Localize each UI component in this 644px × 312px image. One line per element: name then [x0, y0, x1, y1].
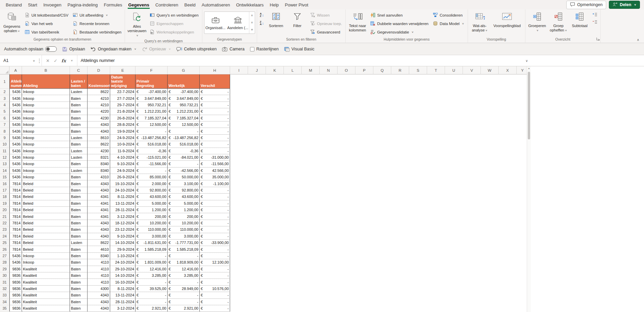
from-web-button[interactable]: Van het web	[23, 19, 70, 28]
column-header-p[interactable]: P	[355, 66, 373, 74]
cell-E15[interactable]: 26-9-2024	[110, 174, 135, 180]
cell-B22[interactable]: Beleid	[22, 220, 70, 226]
cell-B35[interactable]: Kwaliteit	[22, 305, 70, 312]
cell-C11[interactable]: Lasten	[70, 148, 88, 154]
forecast-sheet-button[interactable]: Voorspellingblad	[491, 10, 523, 28]
row-header-28[interactable]: 28	[0, 259, 9, 266]
cell-E23[interactable]: 23-12-2024	[110, 226, 135, 233]
cell-B16[interactable]: Beleid	[22, 180, 70, 187]
comments-button[interactable]: Opmerkingen	[566, 1, 606, 9]
cell-F15[interactable]: €85.000,00	[135, 174, 168, 180]
cell-C20[interactable]: Baten	[70, 207, 88, 213]
row-header-27[interactable]: 27	[0, 253, 9, 259]
column-header-n[interactable]: N	[320, 66, 338, 74]
cell-D33[interactable]: 4343	[88, 292, 110, 298]
cell-E7[interactable]: 28-8-2024	[110, 121, 135, 128]
cell-F35[interactable]: €2.921,00	[135, 305, 168, 312]
subtotal-button[interactable]: Subtotaal	[570, 10, 590, 28]
cell-G13[interactable]: €-	[168, 161, 200, 167]
column-header-d[interactable]: D	[88, 66, 110, 74]
row-header-20[interactable]: 20	[0, 207, 9, 213]
sort-za-button[interactable]: ZA↓	[259, 19, 265, 27]
tab-gegevens[interactable]: Gegevens	[125, 1, 152, 9]
row-header-21[interactable]: 21	[0, 213, 9, 220]
cell-A20[interactable]: 7814	[9, 207, 22, 213]
cell-G27[interactable]: €-	[168, 253, 200, 259]
column-header-c[interactable]: C	[70, 66, 88, 74]
column-header-u[interactable]: U	[445, 66, 463, 74]
cell-G35[interactable]: €2.921,00	[168, 305, 200, 312]
cell-E29[interactable]: 29-10-2024	[110, 266, 135, 272]
cell-D5[interactable]: 4220	[88, 108, 110, 115]
cell-A29[interactable]: 9836	[9, 266, 22, 272]
refresh-all-button[interactable]: Alles vernieuwen∨	[127, 10, 147, 38]
cell-D18[interactable]: 4341	[88, 194, 110, 200]
tab-pagina-indeling[interactable]: Pagina-indeling	[65, 1, 101, 9]
cell-A26[interactable]: 7814	[9, 246, 22, 252]
save-button[interactable]: Opslaan	[62, 47, 85, 52]
cell-H7[interactable]: €-	[200, 121, 230, 128]
cell-D17[interactable]: 4343	[88, 187, 110, 194]
cell-E35[interactable]: 3-12-2024	[110, 305, 135, 312]
row-header-5[interactable]: 5	[0, 108, 9, 115]
cell-B33[interactable]: Kwaliteit	[22, 292, 70, 298]
cell-E12[interactable]: 4-10-2024	[110, 154, 135, 161]
enter-icon[interactable]: ✓	[54, 58, 57, 63]
column-header-i[interactable]: I	[230, 66, 248, 74]
sort-button[interactable]: ZAAZSorteren	[266, 10, 286, 28]
cell-C5[interactable]: Baten	[70, 108, 88, 115]
cell-C22[interactable]: Baten	[70, 220, 88, 226]
flash-fill-button[interactable]: Snel aanvullen	[369, 11, 430, 19]
row-header-34[interactable]: 34	[0, 299, 9, 305]
collapse-ribbon-icon[interactable]: ∧	[637, 38, 639, 42]
cell-C29[interactable]: Baten	[70, 266, 88, 272]
row-header-1[interactable]: 1	[0, 74, 9, 89]
cell-G32[interactable]: €28.949,00	[168, 286, 200, 292]
cell-E32[interactable]: 8-11-2024	[110, 286, 135, 292]
cell-A35[interactable]: 9836	[9, 305, 22, 312]
cell-C18[interactable]: Baten	[70, 194, 88, 200]
cell-E5[interactable]: 21-8-2024	[110, 108, 135, 115]
cell-B18[interactable]: Beleid	[22, 194, 70, 200]
cell-C23[interactable]: Baten	[70, 226, 88, 233]
column-header-v[interactable]: V	[463, 66, 481, 74]
cell-F33[interactable]: €-	[135, 292, 168, 298]
select-all-corner[interactable]	[0, 66, 9, 74]
cell-A13[interactable]: 5436	[9, 161, 22, 167]
column-header-k[interactable]: K	[266, 66, 284, 74]
cell-C7[interactable]: Baten	[70, 121, 88, 128]
cell-F18[interactable]: €43.600,00	[135, 194, 168, 200]
cell-B19[interactable]: Beleid	[22, 200, 70, 207]
cell-F16[interactable]: €2.000,00	[135, 180, 168, 187]
consolidate-button[interactable]: Consolideren	[431, 11, 466, 19]
gridlines-button[interactable]: Rasterlijnen	[250, 47, 279, 51]
cell-G16[interactable]: €3.100,00	[168, 180, 200, 187]
cell-H14[interactable]: €42.566,00	[200, 168, 230, 174]
cell-E6[interactable]: 26-8-2024	[110, 115, 135, 121]
gallery-scroll-down-icon[interactable]: ∨	[249, 19, 255, 26]
cell-H26[interactable]: €-	[200, 246, 230, 252]
column-header-l[interactable]: L	[284, 66, 302, 74]
cell-G28[interactable]: €1.818.909,00	[168, 259, 200, 266]
cell-F9[interactable]: €-13.487.256,82	[135, 135, 168, 141]
cell-H31[interactable]: €-	[200, 279, 230, 285]
row-header-3[interactable]: 3	[0, 95, 9, 102]
cell-H19[interactable]: €-	[200, 200, 230, 207]
cell-C30[interactable]: Baten	[70, 272, 88, 279]
cell-A14[interactable]: 5436	[9, 168, 22, 174]
cell-G21[interactable]: €200,00	[168, 213, 200, 220]
cell-D35[interactable]: 4343	[88, 305, 110, 312]
cell-E10[interactable]: 10-9-2024	[110, 141, 135, 148]
cell-H28[interactable]: €12.100,00	[200, 259, 230, 266]
formula-bar-handle[interactable]: ⋮	[37, 55, 42, 66]
cell-F24[interactable]: €3.000,00	[135, 233, 168, 240]
cell-G11[interactable]: €-0,36	[168, 148, 200, 154]
cell-F7[interactable]: €12.500,00	[135, 121, 168, 128]
cell-A17[interactable]: 7814	[9, 187, 22, 194]
cell-F34[interactable]: €-	[135, 299, 168, 305]
cell-C32[interactable]: Baten	[70, 286, 88, 292]
cell-F19[interactable]: €5.000,00	[135, 200, 168, 207]
column-header-b[interactable]: B	[22, 66, 70, 74]
cell-B20[interactable]: Beleid	[22, 207, 70, 213]
cell-A3[interactable]: 5436	[9, 95, 22, 102]
